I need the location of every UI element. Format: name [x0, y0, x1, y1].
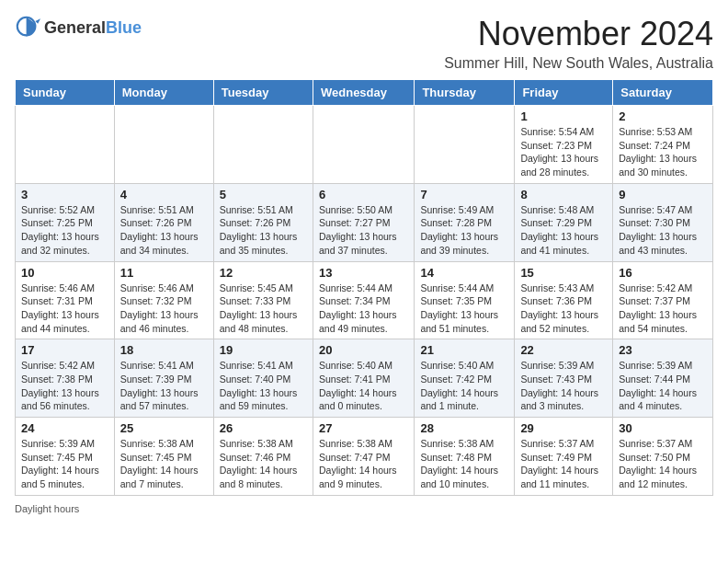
day-info: Sunrise: 5:44 AM Sunset: 7:34 PM Dayligh… [319, 282, 408, 336]
calendar-table: SundayMondayTuesdayWednesdayThursdayFrid… [15, 79, 713, 496]
day-number: 5 [220, 188, 307, 201]
calendar-header: SundayMondayTuesdayWednesdayThursdayFrid… [16, 80, 713, 106]
calendar-cell [313, 106, 414, 184]
day-number: 3 [21, 188, 108, 201]
day-number: 27 [319, 421, 408, 435]
day-info: Sunrise: 5:45 AM Sunset: 7:33 PM Dayligh… [220, 282, 307, 336]
calendar-cell [114, 106, 213, 184]
calendar-cell: 5Sunrise: 5:51 AM Sunset: 7:26 PM Daylig… [213, 183, 313, 261]
location-subtitle: Summer Hill, New South Wales, Australia [444, 55, 713, 72]
title-area: November 2024 Summer Hill, New South Wal… [444, 15, 713, 72]
day-number: 20 [319, 343, 408, 357]
day-number: 8 [520, 188, 607, 201]
day-number: 9 [619, 188, 707, 201]
day-info: Sunrise: 5:49 AM Sunset: 7:28 PM Dayligh… [420, 203, 508, 258]
day-info: Sunrise: 5:46 AM Sunset: 7:31 PM Dayligh… [21, 282, 108, 336]
week-row-1: 1Sunrise: 5:54 AM Sunset: 7:23 PM Daylig… [16, 106, 713, 184]
day-info: Sunrise: 5:38 AM Sunset: 7:45 PM Dayligh… [120, 437, 208, 491]
week-row-2: 3Sunrise: 5:52 AM Sunset: 7:25 PM Daylig… [16, 183, 713, 261]
day-number: 15 [520, 266, 607, 280]
logo-icon [15, 15, 40, 40]
calendar-cell: 10Sunrise: 5:46 AM Sunset: 7:31 PM Dayli… [16, 261, 115, 339]
calendar-cell: 6Sunrise: 5:50 AM Sunset: 7:27 PM Daylig… [313, 183, 414, 261]
day-info: Sunrise: 5:37 AM Sunset: 7:49 PM Dayligh… [520, 437, 607, 491]
day-number: 6 [319, 188, 408, 201]
header-day-wednesday: Wednesday [313, 80, 414, 106]
day-number: 25 [120, 421, 208, 435]
day-number: 4 [120, 188, 208, 201]
day-info: Sunrise: 5:38 AM Sunset: 7:48 PM Dayligh… [420, 437, 508, 491]
header-day-thursday: Thursday [415, 80, 515, 106]
day-number: 23 [619, 343, 707, 357]
calendar-cell: 22Sunrise: 5:39 AM Sunset: 7:43 PM Dayli… [515, 339, 613, 418]
footer-note: Daylight hours [15, 503, 713, 514]
calendar-cell: 16Sunrise: 5:42 AM Sunset: 7:37 PM Dayli… [613, 261, 713, 339]
day-info: Sunrise: 5:39 AM Sunset: 7:44 PM Dayligh… [619, 359, 707, 413]
day-info: Sunrise: 5:38 AM Sunset: 7:46 PM Dayligh… [220, 437, 307, 491]
month-title: November 2024 [444, 15, 713, 53]
day-info: Sunrise: 5:48 AM Sunset: 7:29 PM Dayligh… [520, 203, 607, 258]
day-number: 7 [420, 188, 508, 201]
day-number: 1 [520, 109, 607, 123]
day-number: 18 [120, 343, 208, 357]
calendar-cell: 8Sunrise: 5:48 AM Sunset: 7:29 PM Daylig… [515, 183, 613, 261]
logo-blue-text: Blue [106, 18, 142, 37]
calendar-cell: 2Sunrise: 5:53 AM Sunset: 7:24 PM Daylig… [613, 106, 713, 184]
day-info: Sunrise: 5:39 AM Sunset: 7:43 PM Dayligh… [520, 359, 607, 413]
day-number: 2 [619, 109, 707, 123]
day-info: Sunrise: 5:51 AM Sunset: 7:26 PM Dayligh… [120, 203, 208, 258]
day-info: Sunrise: 5:40 AM Sunset: 7:42 PM Dayligh… [420, 359, 508, 413]
calendar-cell: 15Sunrise: 5:43 AM Sunset: 7:36 PM Dayli… [515, 261, 613, 339]
day-info: Sunrise: 5:38 AM Sunset: 7:47 PM Dayligh… [319, 437, 408, 491]
calendar-cell [415, 106, 515, 184]
calendar-cell: 20Sunrise: 5:40 AM Sunset: 7:41 PM Dayli… [313, 339, 414, 418]
day-number: 12 [220, 266, 307, 280]
day-number: 28 [420, 421, 508, 435]
calendar-cell: 21Sunrise: 5:40 AM Sunset: 7:42 PM Dayli… [415, 339, 515, 418]
day-info: Sunrise: 5:41 AM Sunset: 7:39 PM Dayligh… [120, 359, 208, 413]
calendar-cell [16, 106, 115, 184]
week-row-4: 17Sunrise: 5:42 AM Sunset: 7:38 PM Dayli… [16, 339, 713, 418]
calendar-cell: 26Sunrise: 5:38 AM Sunset: 7:46 PM Dayli… [213, 418, 313, 496]
header-day-tuesday: Tuesday [213, 80, 313, 106]
day-info: Sunrise: 5:40 AM Sunset: 7:41 PM Dayligh… [319, 359, 408, 413]
calendar-cell: 29Sunrise: 5:37 AM Sunset: 7:49 PM Dayli… [515, 418, 613, 496]
calendar-cell: 3Sunrise: 5:52 AM Sunset: 7:25 PM Daylig… [16, 183, 115, 261]
day-info: Sunrise: 5:44 AM Sunset: 7:35 PM Dayligh… [420, 282, 508, 336]
calendar-cell: 12Sunrise: 5:45 AM Sunset: 7:33 PM Dayli… [213, 261, 313, 339]
day-info: Sunrise: 5:51 AM Sunset: 7:26 PM Dayligh… [220, 203, 307, 258]
header-day-friday: Friday [515, 80, 613, 106]
calendar-cell: 9Sunrise: 5:47 AM Sunset: 7:30 PM Daylig… [613, 183, 713, 261]
week-row-3: 10Sunrise: 5:46 AM Sunset: 7:31 PM Dayli… [16, 261, 713, 339]
day-info: Sunrise: 5:52 AM Sunset: 7:25 PM Dayligh… [21, 203, 108, 258]
day-number: 10 [21, 266, 108, 280]
day-info: Sunrise: 5:53 AM Sunset: 7:24 PM Dayligh… [619, 125, 707, 179]
day-info: Sunrise: 5:39 AM Sunset: 7:45 PM Dayligh… [21, 437, 108, 491]
day-info: Sunrise: 5:43 AM Sunset: 7:36 PM Dayligh… [520, 282, 607, 336]
logo-general-text: General [44, 18, 106, 37]
calendar-cell: 25Sunrise: 5:38 AM Sunset: 7:45 PM Dayli… [114, 418, 213, 496]
calendar-cell: 27Sunrise: 5:38 AM Sunset: 7:47 PM Dayli… [313, 418, 414, 496]
day-number: 22 [520, 343, 607, 357]
day-number: 29 [520, 421, 607, 435]
day-info: Sunrise: 5:41 AM Sunset: 7:40 PM Dayligh… [220, 359, 307, 413]
day-number: 19 [220, 343, 307, 357]
day-number: 14 [420, 266, 508, 280]
calendar-cell: 14Sunrise: 5:44 AM Sunset: 7:35 PM Dayli… [415, 261, 515, 339]
day-number: 30 [619, 421, 707, 435]
day-info: Sunrise: 5:42 AM Sunset: 7:38 PM Dayligh… [21, 359, 108, 413]
header-row: SundayMondayTuesdayWednesdayThursdayFrid… [16, 80, 713, 106]
calendar-cell: 17Sunrise: 5:42 AM Sunset: 7:38 PM Dayli… [16, 339, 115, 418]
day-number: 16 [619, 266, 707, 280]
calendar-cell: 1Sunrise: 5:54 AM Sunset: 7:23 PM Daylig… [515, 106, 613, 184]
day-info: Sunrise: 5:42 AM Sunset: 7:37 PM Dayligh… [619, 282, 707, 336]
calendar-cell: 11Sunrise: 5:46 AM Sunset: 7:32 PM Dayli… [114, 261, 213, 339]
day-info: Sunrise: 5:37 AM Sunset: 7:50 PM Dayligh… [619, 437, 707, 491]
calendar-cell: 23Sunrise: 5:39 AM Sunset: 7:44 PM Dayli… [613, 339, 713, 418]
day-info: Sunrise: 5:54 AM Sunset: 7:23 PM Dayligh… [520, 125, 607, 179]
day-number: 13 [319, 266, 408, 280]
day-info: Sunrise: 5:50 AM Sunset: 7:27 PM Dayligh… [319, 203, 408, 258]
day-number: 24 [21, 421, 108, 435]
calendar-body: 1Sunrise: 5:54 AM Sunset: 7:23 PM Daylig… [16, 106, 713, 496]
calendar-cell: 28Sunrise: 5:38 AM Sunset: 7:48 PM Dayli… [415, 418, 515, 496]
